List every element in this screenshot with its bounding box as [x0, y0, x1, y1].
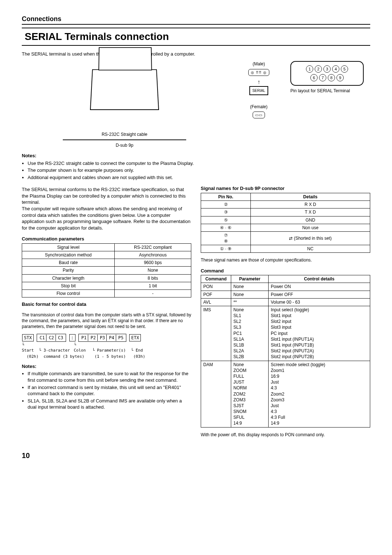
command-note: With the power off, this display respond…	[201, 432, 370, 438]
note-item: Additional equipment and cables shown ar…	[28, 174, 370, 181]
serial-box-label: SERIAL	[249, 86, 268, 96]
note-item: If multiple commands are transmitted, be…	[28, 370, 191, 383]
serial-port-icon: ◎ ⠿⠿ ◎	[248, 69, 269, 76]
dsub-label: D-sub 9p	[22, 142, 227, 148]
page-title: SERIAL Terminals connection	[22, 28, 370, 46]
page-number: 10	[22, 451, 370, 461]
female-connector-icon: ▭▭	[253, 112, 265, 119]
note-item: Use the RS-232C straight cable to connec…	[28, 160, 370, 167]
command-table: Command Parameter Control details PONNon…	[201, 275, 370, 428]
female-label: (Female)	[232, 104, 286, 110]
pin-layout-box: 12345 6789	[290, 61, 364, 86]
note-item: If an incorrect command is sent by mista…	[28, 384, 191, 397]
intro-paragraph: The SERIAL terminal is used when the Pla…	[22, 51, 370, 57]
diagram-area: COMPUTER RS-232C Straight cable D-sub 9p…	[22, 61, 370, 149]
format-diagram: STX C1C2C3 : P1P2P3P4P5 ETX └ Start └ 3-…	[22, 334, 191, 360]
pin-layout-caption: Pin layout for SERIAL Terminal	[290, 88, 370, 94]
format-paragraph: The transmission of control data from th…	[22, 312, 191, 330]
notes2-list: If multiple commands are transmitted, be…	[22, 370, 191, 410]
laptop-illustration	[90, 69, 159, 110]
signal-names-table: Pin No. Details ②R X D③T X D⑤GND④ · ⑥Non…	[201, 193, 370, 253]
note-item: The computer shown is for example purpos…	[28, 167, 370, 174]
male-label: (Male)	[232, 61, 286, 67]
comm-params-table: Signal levelRS-232C compliantSynchroniza…	[22, 243, 191, 297]
signal-names-heading: Signal names for D-sub 9P connector	[201, 185, 370, 192]
signal-note: These signal names are those of computer…	[201, 257, 370, 263]
format-heading: Basic format for control data	[22, 301, 191, 308]
notes2-heading: Notes:	[22, 363, 191, 370]
notes1-heading: Notes:	[22, 153, 370, 159]
serial-description: The SERIAL terminal conforms to the RS-2…	[22, 186, 191, 231]
command-heading: Command	[201, 268, 370, 274]
notes1-list: Use the RS-232C straight cable to connec…	[22, 160, 370, 181]
cable-label: RS-232C Straight cable	[22, 131, 227, 137]
section-heading: Connections	[22, 15, 370, 25]
note-item: SL1A, SL1B, SL2A and SL2B of Command IMS…	[28, 398, 191, 410]
comm-params-heading: Communication parameters	[22, 236, 191, 242]
